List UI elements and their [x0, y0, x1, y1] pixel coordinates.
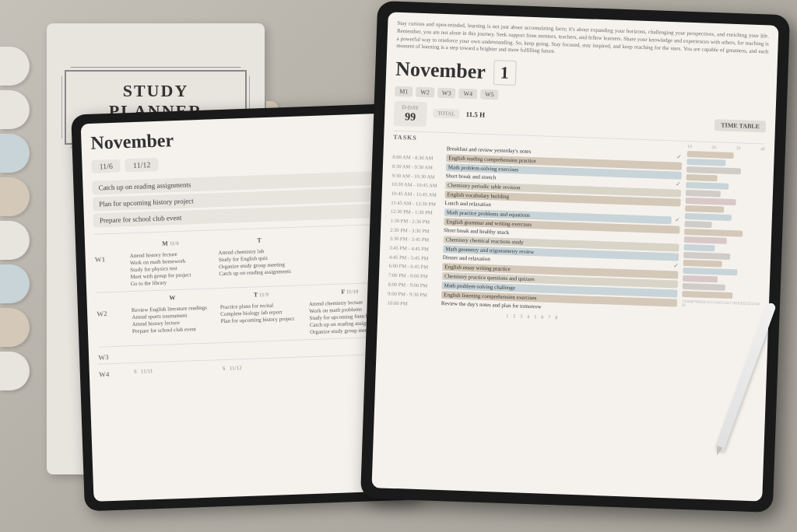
task-time-4: 10:30 AM - 10:45 AM: [391, 180, 442, 188]
checkmark-7: ✓: [675, 217, 680, 224]
task-time-17: 10:00 PM: [388, 299, 438, 307]
side-tab-7[interactable]: [0, 308, 30, 347]
week-label-w4: W4: [99, 366, 130, 378]
time-bar-17: [683, 275, 718, 283]
grid-cell-w2-w: Review English literature readings Atten…: [129, 303, 218, 343]
time-bar-4: [686, 174, 718, 181]
task-time-3: 9:30 AM - 10:30 AM: [391, 171, 442, 180]
date-range-pills: 11/6 11/12: [91, 149, 388, 173]
dday-value: 99: [402, 110, 419, 124]
page-num-1[interactable]: 1: [504, 313, 510, 319]
task-time-16: 9:00 PM - 9:30 PM: [388, 289, 438, 298]
week-label-w1: W1: [94, 251, 127, 289]
side-tab-6[interactable]: [0, 264, 30, 303]
checkmark-3: ✓: [676, 181, 681, 188]
motivational-text: Stay curious and open-minded, learning i…: [396, 20, 769, 64]
page-num-6[interactable]: 6: [539, 314, 545, 320]
time-bar-14: [683, 252, 730, 260]
dday-box: D-DAY 99: [394, 101, 427, 127]
weekly-screen: November 11/6 11/12 Catch up on reading …: [81, 113, 410, 502]
task-time-9: 2:30 PM - 3:30 PM: [390, 226, 441, 234]
task-time-13: 6:00 PM - 6:45 PM: [388, 261, 439, 270]
time-bar-3: [686, 166, 741, 174]
day-pill-w5[interactable]: W5: [480, 89, 499, 100]
week-label-w2: W2: [97, 306, 129, 344]
time-bar-15: [683, 260, 722, 268]
grid-col-m: M 11/6: [127, 236, 214, 250]
time-bar-9: [685, 213, 732, 221]
time-bar-10: [684, 221, 711, 228]
task-time-7: 12:30 PM - 1:30 PM: [391, 207, 441, 215]
grid-cell-w4-s: S 11/11: [132, 363, 219, 377]
task-time-8: 1:30 PM - 2:30 PM: [390, 216, 441, 225]
daily-month: November: [395, 58, 486, 84]
time-table-bars: 10 20 30 40: [681, 144, 765, 327]
side-tabs: [0, 47, 30, 390]
day-pill-w2[interactable]: W2: [416, 87, 434, 98]
page-num-8[interactable]: 8: [553, 314, 559, 320]
grid-cell-w4-s2: S 11/12: [219, 360, 307, 374]
tasks-section: TASKS Breakfast and review yesterday's n…: [387, 134, 765, 328]
total-row: TOTAL 11.5 H: [433, 109, 709, 128]
time-bar-18: [683, 283, 725, 291]
grid-cell-w2-t: Practice plans for recital Complete biol…: [218, 299, 307, 340]
time-bar-2: [686, 159, 725, 166]
checkmark-12: ✓: [672, 263, 678, 270]
side-tab-1[interactable]: [0, 47, 30, 86]
grid-col-week: [94, 240, 125, 250]
page-num-7[interactable]: 7: [546, 314, 552, 320]
day-pill-w4[interactable]: W4: [458, 89, 477, 100]
week-label-w3: W3: [98, 349, 129, 361]
checkmark-0: ✓: [676, 154, 682, 161]
task-time-1: 8:00 AM - 8:30 AM: [392, 152, 443, 161]
time-bar-1: [687, 151, 734, 159]
grid-col-t: T: [216, 233, 303, 247]
time-bar-5: [686, 182, 729, 190]
side-tab-5[interactable]: [0, 221, 30, 260]
weekly-grid: M 11/6 T W1 Attend history lecture Work …: [94, 230, 396, 378]
time-bar-19: [682, 291, 732, 299]
side-tab-3[interactable]: [0, 134, 30, 173]
task-time-0: [393, 144, 444, 147]
grid-col-week2: [96, 294, 127, 305]
task-time-15: 8:00 PM - 9:00 PM: [388, 280, 438, 289]
grid-cell-w3-empty: [131, 346, 218, 360]
grid-cell-w3-empty2: [219, 343, 307, 357]
weekly-month-title: November: [90, 122, 388, 153]
time-bar-6: [686, 190, 721, 198]
date-start-pill[interactable]: 11/6: [91, 159, 121, 173]
side-tab-2[interactable]: [0, 90, 30, 129]
time-bar-8: [685, 205, 724, 213]
timetable-label: TIME TABLE: [714, 119, 766, 132]
day-pill-m1[interactable]: M1: [395, 86, 413, 97]
weekly-tasks-list: Catch up on reading assignments Plan for…: [92, 170, 391, 227]
task-time-12: 4:45 PM - 5:45 PM: [389, 253, 440, 261]
tasks-list: TASKS Breakfast and review yesterday's n…: [387, 134, 683, 325]
date-end-pill[interactable]: 11/12: [125, 158, 159, 172]
time-bar-16: [683, 268, 737, 275]
time-bar-13: [683, 244, 714, 251]
side-tab-4[interactable]: [0, 177, 30, 216]
daily-screen: Stay curious and open-minded, learning i…: [371, 12, 778, 501]
task-time-6: 11:45 AM - 12:30 PM: [391, 198, 441, 207]
grid-row-w4: W4 S 11/11 S 11/12: [99, 357, 396, 378]
day-pill-w3[interactable]: W3: [437, 88, 456, 99]
daily-day[interactable]: 1: [493, 60, 516, 86]
page-num-5[interactable]: 5: [532, 313, 538, 320]
grid-cell-w1-t: Attend chemistry lab Study for English q…: [216, 245, 304, 285]
task-time-10: 3:30 PM - 3:45 PM: [390, 234, 441, 243]
page-num-3[interactable]: 3: [518, 313, 524, 320]
grid-cell-w1-m: Attend history lecture Work on math home…: [127, 248, 216, 289]
grid-col-w: W: [128, 291, 216, 304]
page-num-2[interactable]: 2: [511, 313, 517, 319]
page-num-4[interactable]: 4: [525, 313, 531, 320]
time-bar-7: [685, 198, 736, 205]
side-tab-8[interactable]: [0, 352, 30, 390]
task-time-14: 7:00 PM - 8:00 PM: [388, 271, 439, 279]
grid-col-t2: T 11/9: [217, 288, 304, 301]
total-label: TOTAL: [433, 109, 460, 119]
total-value: 11.5 H: [465, 110, 485, 119]
time-bar-12: [684, 236, 727, 244]
task-time-11: 3:45 PM - 4:45 PM: [389, 243, 440, 252]
task-time-5: 10:45 AM - 11:45 AM: [391, 189, 442, 198]
